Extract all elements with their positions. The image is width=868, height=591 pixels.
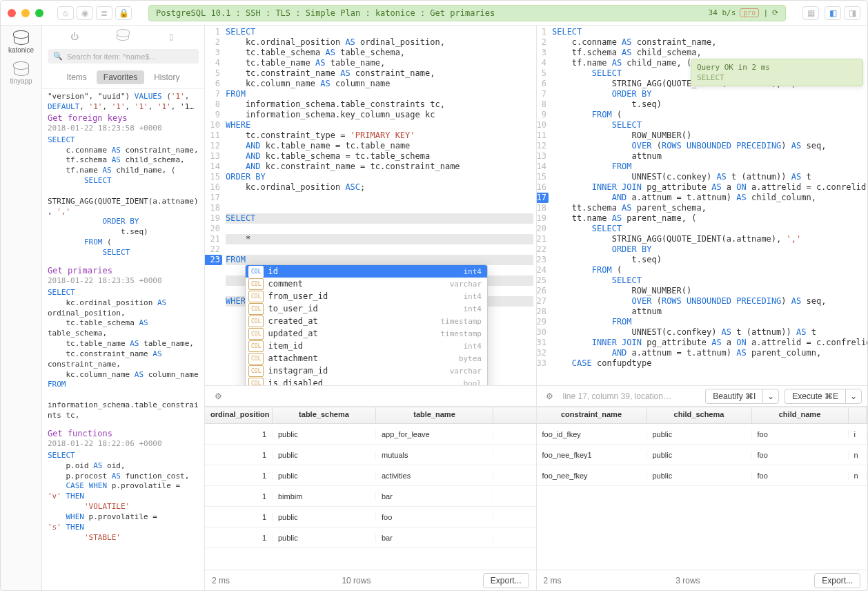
indent-button[interactable]: ≣ [96, 6, 112, 20]
rail-item-katonice[interactable]: katonice [1, 31, 41, 57]
table-cell: 1 [205, 492, 273, 501]
table-cell: 1 [205, 430, 273, 438]
content-area: katonicetinyapp ⏻ ▯ 🔍 Search for item: ^… [1, 26, 867, 590]
beautify-button[interactable]: Beautify ⌘I [705, 389, 762, 404]
autocomplete-item-is_disabled[interactable]: COLis_disabledbool [246, 377, 487, 385]
table-row[interactable]: 1publicmutuals [205, 445, 536, 465]
column-header[interactable]: table_name [376, 407, 493, 423]
sidebar: ⏻ ▯ 🔍 Search for item: ^name$... Items F… [42, 26, 205, 590]
table-cell: public [273, 430, 376, 438]
database-icon [14, 34, 29, 45]
table-cell: activities [376, 472, 493, 480]
column-badge: COL [248, 340, 264, 352]
gear-icon[interactable]: ⚙ [210, 389, 226, 404]
zoom-window-button[interactable] [35, 9, 43, 17]
notif-title: Query OK in 2 ms [697, 62, 857, 72]
column-header[interactable] [849, 407, 867, 423]
column-header[interactable]: child_schema [647, 407, 752, 423]
table-row[interactable]: 1publicfoo [205, 507, 536, 527]
connection-badge[interactable]: PostgreSQL 10.1 : SSH : TLS : Simple Pla… [148, 5, 786, 21]
editor-right-footer: ⚙ line 17, column 39, location… Beautify… [537, 385, 868, 406]
table-cell: foo_nee_fkey [537, 472, 647, 480]
results-header: ordinal_positiontable_schematable_name [205, 407, 536, 424]
results-body[interactable]: foo_id_fkeypublicfooifoo_nee_fkey1public… [537, 424, 868, 570]
column-header[interactable]: child_name [752, 407, 849, 423]
column-header[interactable]: ordinal_position [205, 407, 273, 423]
table-cell: 1 [205, 451, 273, 459]
table-cell: public [273, 472, 376, 480]
stop-button[interactable]: ⦸ [57, 6, 74, 20]
favorite-title[interactable]: Get functions [48, 428, 201, 439]
column-badge: COL [248, 316, 264, 327]
query-notification: Query OK in 2 ms SELECT [691, 59, 863, 86]
column-header[interactable]: constraint_name [537, 407, 647, 423]
table-row[interactable]: 1publicactivities [205, 465, 536, 486]
favorite-title[interactable]: Get primaries [48, 265, 201, 276]
terminal-icon[interactable]: ▯ [162, 30, 181, 43]
tab-favorites[interactable]: Favorites [97, 70, 144, 84]
database-icon[interactable] [113, 30, 132, 43]
row-count: 10 rows [230, 576, 483, 585]
power-icon[interactable]: ⏻ [65, 30, 84, 43]
favorites-list[interactable]: "version", "uuid") VALUES ('1', DEFAULT,… [42, 89, 204, 590]
close-window-button[interactable] [8, 9, 16, 17]
autocomplete-item-to_user_id[interactable]: COLto_user_idint4 [246, 302, 487, 315]
query-time: 2 ms [212, 576, 230, 585]
favorite-sql: SELECT c.conname AS constraint_name, tf.… [48, 135, 201, 258]
window-controls [8, 9, 43, 17]
autocomplete-item-updated_at[interactable]: COLupdated_attimestamp [246, 327, 487, 340]
autocomplete-item-created_at[interactable]: COLcreated_attimestamp [246, 315, 487, 327]
favorite-fragment[interactable]: "version", "uuid") VALUES ('1', DEFAULT,… [48, 92, 201, 113]
table-row[interactable]: 1publicbar [205, 527, 536, 548]
panel-toggle-button[interactable]: ◨ [844, 6, 860, 20]
column-badge: COL [248, 291, 264, 302]
table-row[interactable]: foo_id_fkeypublicfooi [537, 424, 868, 445]
export-button[interactable]: Export... [814, 573, 860, 588]
sidebar-toggle-button[interactable]: ◧ [825, 6, 841, 20]
favorite-item[interactable]: Get primaries2018-01-22 18:23:35 +0000SE… [48, 265, 201, 421]
table-cell: 1 [205, 472, 273, 480]
table-row[interactable]: 1publicapp_for_leave [205, 424, 536, 445]
favorite-item[interactable]: Get foreign keys2018-01-22 18:23:58 +000… [48, 113, 201, 258]
gear-icon[interactable]: ⚙ [542, 389, 558, 404]
table-row[interactable]: foo_nee_fkey1publicfoon [537, 445, 868, 465]
preview-button[interactable]: ◉ [77, 6, 93, 20]
autocomplete-item-item_id[interactable]: COLitem_idint4 [246, 340, 487, 352]
favorite-title[interactable]: Get foreign keys [48, 113, 201, 124]
export-button[interactable]: Export... [483, 573, 529, 588]
grid-view-button[interactable]: ▦ [802, 6, 819, 20]
autocomplete-name: to_user_id [268, 304, 463, 314]
execute-button[interactable]: Execute ⌘E [785, 389, 845, 404]
autocomplete-name: from_user_id [268, 291, 463, 302]
autocomplete-popup[interactable]: COLidint4COLcommentvarcharCOLfrom_user_i… [245, 264, 488, 385]
rail-item-tinyapp[interactable]: tinyapp [1, 62, 41, 88]
autocomplete-item-comment[interactable]: COLcommentvarchar [246, 278, 487, 290]
tab-items[interactable]: Items [59, 70, 93, 84]
refresh-icon[interactable]: ⟳ [772, 8, 778, 17]
pro-tag: pro [740, 8, 759, 17]
tab-history[interactable]: History [147, 70, 186, 84]
autocomplete-type: timestamp [440, 329, 482, 339]
rail-label: tinyapp [10, 77, 32, 85]
autocomplete-item-attachment[interactable]: COLattachmentbytea [246, 352, 487, 365]
row-count: 3 rows [562, 576, 815, 585]
favorite-item[interactable]: Get functions2018-01-22 18:22:06 +0000SE… [48, 428, 201, 543]
autocomplete-item-id[interactable]: COLidint4 [246, 265, 487, 278]
autocomplete-item-from_user_id[interactable]: COLfrom_user_idint4 [246, 290, 487, 302]
lock-button[interactable]: 🔒 [115, 6, 132, 20]
editor-left-code[interactable]: 1234567891011121314151617181920212223 SE… [205, 26, 536, 385]
sidebar-search[interactable]: 🔍 Search for item: ^name$... [48, 49, 199, 64]
table-row[interactable]: 1bimbimbar [205, 486, 536, 507]
editor-right-code[interactable]: 1234567891011121314151617181920212223242… [537, 26, 868, 385]
column-header[interactable]: table_schema [273, 407, 376, 423]
gutter-right: 1234567891011121314151617181920212223242… [537, 26, 551, 385]
table-cell: bimbim [273, 492, 376, 501]
database-icon [14, 65, 29, 76]
autocomplete-item-instagram_id[interactable]: COLinstagram_idvarchar [246, 365, 487, 377]
minimize-window-button[interactable] [21, 9, 30, 17]
execute-menu-button[interactable]: ⌄ [845, 389, 862, 404]
editor-left-pane: 1234567891011121314151617181920212223 SE… [205, 26, 537, 406]
table-row[interactable]: foo_nee_fkeypublicfoon [537, 465, 868, 486]
results-body[interactable]: 1publicapp_for_leave1publicmutuals1publi… [205, 424, 536, 570]
beautify-menu-button[interactable]: ⌄ [762, 389, 779, 404]
